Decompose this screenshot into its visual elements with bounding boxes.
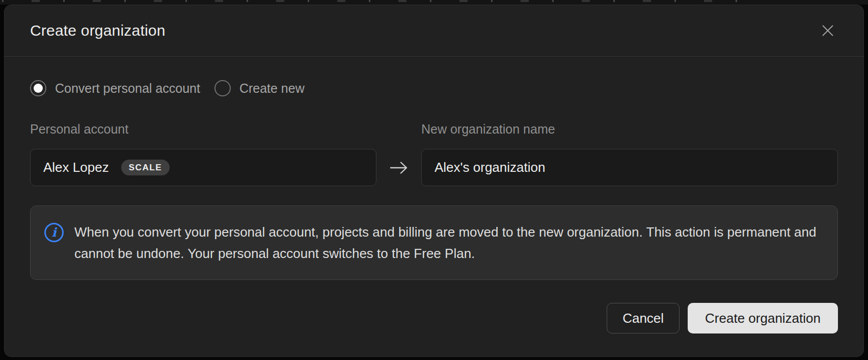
new-organization-column: New organization name [421, 122, 838, 186]
account-mode-radio-group: Convert personal account Create new [30, 80, 838, 96]
dialog-body: Convert personal account Create new Pers… [5, 57, 863, 356]
arrow-column [376, 149, 421, 186]
new-organization-name-label: New organization name [421, 122, 838, 137]
page-backdrop: Create organization Convert personal acc… [0, 0, 868, 360]
personal-account-name: Alex Lopez [43, 160, 109, 175]
dialog-title: Create organization [30, 22, 166, 39]
create-organization-dialog: Create organization Convert personal acc… [4, 5, 864, 357]
info-notice: i When you convert your personal account… [30, 205, 838, 280]
info-notice-text: When you convert your personal account, … [74, 221, 824, 264]
personal-account-label: Personal account [30, 122, 376, 137]
radio-label: Create new [239, 81, 305, 96]
arrow-right-icon [388, 159, 410, 177]
personal-account-field: Alex Lopez SCALE [30, 149, 376, 186]
plan-badge: SCALE [121, 160, 170, 175]
underlying-page-strip [0, 0, 868, 5]
radio-unselected-icon [214, 80, 231, 96]
radio-create-new[interactable]: Create new [214, 80, 305, 96]
radio-selected-icon [30, 80, 46, 96]
radio-label: Convert personal account [55, 81, 200, 96]
dialog-header: Create organization [5, 5, 863, 57]
conversion-fields: Personal account Alex Lopez SCALE New or… [30, 122, 838, 186]
info-icon-glyph: i [51, 226, 56, 239]
create-organization-button[interactable]: Create organization [688, 303, 838, 333]
personal-account-column: Personal account Alex Lopez SCALE [30, 122, 376, 186]
radio-convert-personal-account[interactable]: Convert personal account [30, 80, 200, 96]
close-icon [820, 22, 836, 39]
dialog-footer: Cancel Create organization [30, 303, 838, 333]
new-organization-name-input[interactable] [421, 149, 838, 186]
cancel-button[interactable]: Cancel [607, 303, 680, 333]
close-button[interactable] [818, 20, 838, 41]
info-circle-icon: i [44, 223, 64, 242]
